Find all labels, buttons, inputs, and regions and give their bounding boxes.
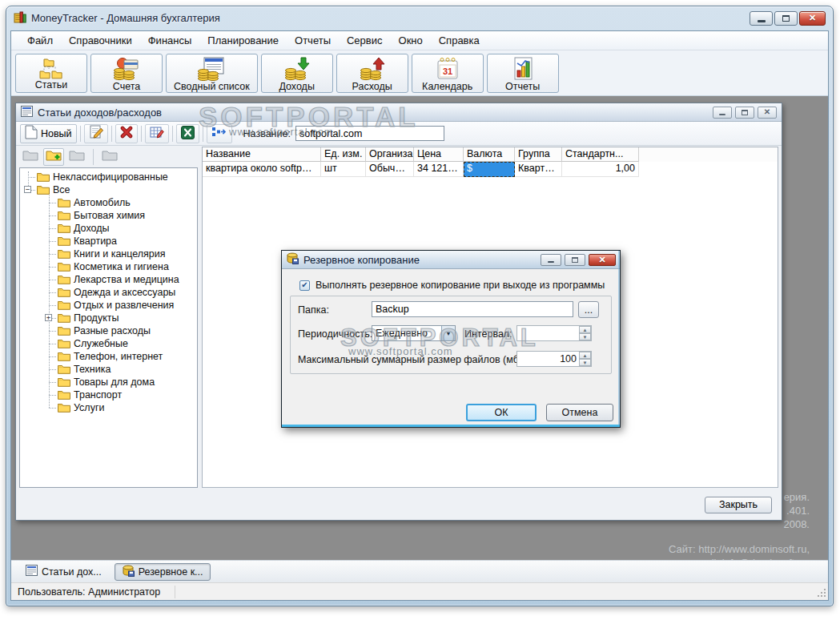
tree-item[interactable]: Товары для дома	[20, 376, 197, 389]
folder-icon	[58, 210, 70, 223]
edit-button[interactable]	[84, 124, 108, 143]
close-articles-button[interactable]: Закрыть	[705, 497, 772, 513]
tree-item[interactable]: Транспорт	[20, 389, 197, 401]
menu-item-6[interactable]: Сервис	[339, 32, 391, 49]
column-header[interactable]: Ед. изм.	[321, 147, 366, 162]
backup-on-exit-checkbox[interactable]: ✔	[299, 280, 310, 291]
chevron-down-icon[interactable]: ▼	[441, 326, 455, 340]
name-filter-input[interactable]	[295, 126, 444, 141]
articles-minimize-button[interactable]	[713, 107, 732, 119]
folder-icon	[58, 402, 70, 415]
spin-down-icon[interactable]: ▼	[579, 359, 591, 366]
table-cell[interactable]: 34 121 32...	[414, 162, 464, 177]
menu-bar: ФайлСправочникиФинансыПланированиеОтчеты…	[11, 31, 828, 50]
new-button[interactable]: Новый	[20, 124, 77, 143]
dialog-restore-button[interactable]	[565, 254, 585, 266]
menu-item-5[interactable]: Отчеты	[287, 32, 339, 49]
tree-item[interactable]: Автомобиль	[20, 196, 197, 209]
tree-item[interactable]: Квартира	[20, 235, 197, 248]
tree-item-label: Техника	[74, 364, 111, 375]
edit-table-button[interactable]	[145, 124, 169, 143]
column-header[interactable]: Организа...	[366, 147, 414, 162]
tree-item[interactable]: Доходы	[20, 222, 197, 235]
tree-item[interactable]: +Продукты	[20, 312, 197, 324]
backup-on-exit-label: Выполнять резервное копирование при выхо…	[316, 280, 605, 291]
delete-button[interactable]	[115, 124, 138, 143]
table-cell[interactable]: $	[464, 162, 515, 177]
tree-item[interactable]: Книги и канцелярия	[20, 248, 197, 260]
toolbar-button-summary-list[interactable]: Сводный список	[166, 54, 258, 93]
max-size-stepper[interactable]: 100 ▲▼	[516, 351, 592, 367]
tree-item[interactable]: Разные расходы	[20, 324, 197, 337]
tree-item[interactable]: Бытовая химия	[20, 209, 197, 222]
column-header[interactable]: Валюта	[464, 147, 515, 162]
dialog-minimize-button[interactable]	[541, 254, 561, 266]
tree-item[interactable]: Техника	[20, 363, 197, 376]
toolbar-button-label: Доходы	[279, 81, 314, 92]
menu-item-1[interactable]: Файл	[19, 32, 61, 49]
close-button[interactable]: ✕	[799, 11, 826, 26]
maximize-button[interactable]	[774, 11, 798, 26]
column-header[interactable]: Название	[203, 147, 321, 162]
toolbar-button-accounts[interactable]: Счета	[90, 54, 163, 93]
menu-item-8[interactable]: Справка	[431, 32, 488, 49]
add-group-button[interactable]	[20, 148, 41, 166]
column-header[interactable]: Группа	[515, 147, 562, 162]
articles-restore-button[interactable]	[735, 107, 754, 119]
minimize-button[interactable]	[750, 11, 773, 26]
menu-item-4[interactable]: Планирование	[199, 32, 287, 49]
column-header[interactable]: Цена	[414, 147, 464, 162]
delete-group-button[interactable]	[99, 148, 120, 166]
menu-item-2[interactable]: Справочники	[61, 32, 140, 49]
browse-folder-button[interactable]: ...	[578, 301, 599, 318]
table-cell[interactable]: Квартира	[515, 162, 562, 177]
tree-item-label: Лекарства и медицина	[74, 274, 179, 285]
tree-item[interactable]: Неклассифицированные	[20, 171, 197, 183]
resize-grip[interactable]	[817, 588, 826, 598]
tree-item-label: Продукты	[74, 312, 119, 324]
spin-down-icon[interactable]: ▼	[579, 333, 591, 340]
menu-item-7[interactable]: Окно	[391, 32, 431, 49]
spin-up-icon[interactable]: ▲	[579, 352, 591, 359]
tree-item[interactable]: Одежда и аксессуары	[20, 286, 197, 299]
tree-item[interactable]: −Все	[20, 183, 197, 196]
folder-input[interactable]	[372, 301, 573, 317]
tree-item[interactable]: Косметика и гигиена	[20, 260, 197, 273]
table-cell[interactable]: Обычное	[366, 162, 414, 177]
table-rows: квартира около softportal.comштОбычное34…	[203, 162, 778, 177]
table-cell[interactable]: шт	[321, 162, 366, 177]
tree-item[interactable]: Служебные	[20, 337, 197, 350]
assign-button[interactable]	[207, 124, 232, 143]
tree-item[interactable]: Телефон, интернет	[20, 350, 197, 363]
taskbar-tab-1[interactable]: Статьи дох...	[18, 563, 109, 581]
tree-item[interactable]: Лекарства и медицина	[20, 273, 197, 286]
spin-up-icon[interactable]: ▲	[579, 326, 591, 333]
interval-stepper[interactable]: ▲▼	[516, 325, 592, 341]
ok-button[interactable]: ОК	[466, 404, 537, 421]
statusbar-divider	[175, 586, 175, 598]
dialog-close-button[interactable]: ✕	[589, 254, 616, 266]
articles-close-button[interactable]: ✕	[758, 107, 777, 119]
toolbar-button-income[interactable]: Доходы	[261, 54, 333, 93]
menu-item-3[interactable]: Финансы	[140, 32, 200, 49]
excel-icon	[181, 126, 195, 142]
taskbar-tab-2[interactable]: Резервное к...	[115, 563, 211, 581]
column-header[interactable]: Стандартн...	[562, 147, 639, 162]
export-excel-button[interactable]	[176, 124, 199, 143]
tree-item[interactable]: Отдых и развлечения	[20, 299, 197, 312]
cancel-button[interactable]: Отмена	[546, 404, 613, 421]
toolbar-button-articles[interactable]: Статьи	[15, 54, 87, 93]
tree-item[interactable]: Услуги	[20, 401, 197, 414]
period-select[interactable]: Ежедневно ▼	[372, 325, 456, 341]
table-cell[interactable]: 1,00	[562, 162, 639, 177]
tree-expander-minus[interactable]: −	[24, 186, 31, 193]
folder-icon	[58, 197, 70, 210]
toolbar-button-reports[interactable]: Отчеты	[487, 54, 559, 93]
tree-expander-plus[interactable]: +	[45, 314, 52, 321]
table-cell[interactable]: квартира около softportal.com	[203, 162, 321, 177]
tree-item-label: Транспорт	[74, 389, 122, 401]
edit-group-button[interactable]	[66, 148, 87, 166]
add-subgroup-button[interactable]	[43, 148, 64, 166]
toolbar-button-expenses[interactable]: Расходы	[336, 54, 408, 93]
toolbar-button-calendar[interactable]: 31Календарь	[412, 54, 484, 93]
